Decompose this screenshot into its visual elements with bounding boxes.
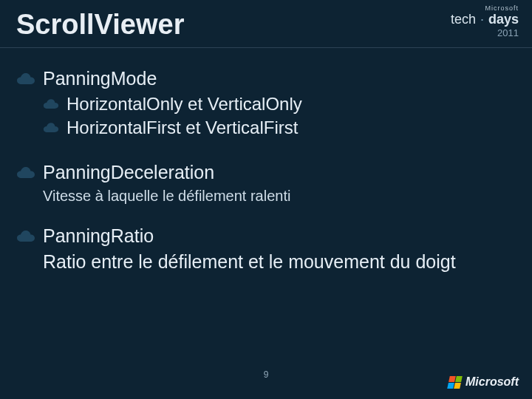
microsoft-flag-icon <box>447 376 463 389</box>
slide: ScrollViewer Microsoft tech · days 2011 … <box>0 0 532 399</box>
header-brand: Microsoft tech · days 2011 <box>451 4 519 38</box>
panning-mode-heading: PanningMode <box>43 68 157 89</box>
cloud-icon <box>43 99 59 109</box>
panning-deceleration-desc: Vitesse à laquelle le défilement ralenti <box>43 188 510 205</box>
cloud-icon <box>16 73 35 85</box>
title-divider <box>0 47 532 48</box>
techdays-days-label: days <box>488 12 519 27</box>
cloud-icon <box>16 167 35 179</box>
microsoft-small-label: Microsoft <box>451 4 519 12</box>
techdays-year-label: 2011 <box>451 27 519 38</box>
microsoft-footer-label: Microsoft <box>466 375 519 389</box>
dot-icon: · <box>480 12 484 27</box>
panning-mode-sub1: HorizontalOnly et VerticalOnly <box>66 94 302 115</box>
cloud-icon <box>16 231 35 242</box>
panning-mode-sub2: HorizontalFirst et VerticalFirst <box>66 117 298 138</box>
panning-ratio-heading: PanningRatio <box>43 225 154 247</box>
panning-deceleration-heading: PanningDeceleration <box>43 162 214 183</box>
slide-body: PanningMode HorizontalOnly et VerticalOn… <box>16 64 510 273</box>
slide-title: ScrollViewer <box>16 9 184 41</box>
techdays-tech-label: tech <box>451 12 476 27</box>
footer-logo: Microsoft <box>449 375 519 389</box>
panning-ratio-desc: Ratio entre le défilement et le mouvemen… <box>43 251 501 273</box>
cloud-icon <box>43 123 59 133</box>
